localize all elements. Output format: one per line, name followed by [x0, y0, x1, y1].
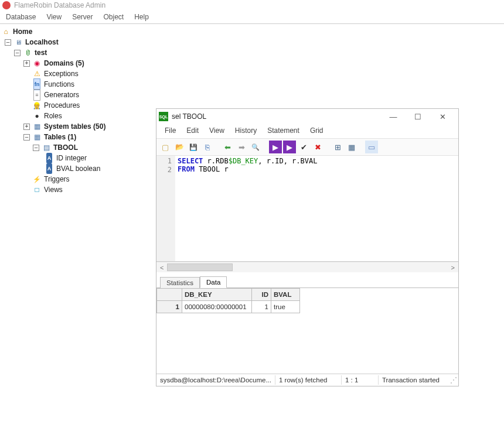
- result-tabs: Statistics Data: [156, 272, 458, 287]
- server-icon: [13, 38, 23, 46]
- save-icon[interactable]: [187, 141, 200, 153]
- sql-menu-view[interactable]: View: [205, 125, 229, 136]
- tree-server[interactable]: Localhost: [25, 37, 59, 47]
- sql-menubar: File Edit View History Statement Grid: [156, 124, 458, 138]
- collapse-tbool[interactable]: –: [33, 145, 39, 151]
- tab-data[interactable]: Data: [200, 276, 227, 288]
- scroll-thumb[interactable]: [167, 263, 233, 271]
- expand-systables[interactable]: +: [23, 124, 30, 130]
- cell-id[interactable]: 1: [252, 301, 271, 313]
- close-button[interactable]: ✕: [433, 110, 452, 123]
- menu-help[interactable]: Help: [130, 12, 154, 22]
- resize-grip-icon[interactable]: ⋰: [449, 376, 458, 384]
- tables-icon: [32, 133, 42, 141]
- triggers-icon: [32, 175, 42, 183]
- forward-icon[interactable]: [235, 141, 248, 153]
- collapse-db[interactable]: –: [14, 50, 21, 56]
- tree-functions[interactable]: Functions: [44, 79, 74, 90]
- new-icon[interactable]: [159, 141, 172, 153]
- tree-db[interactable]: test: [35, 47, 47, 58]
- cell-dbkey[interactable]: 00000080:00000001: [182, 301, 252, 313]
- tree-generators[interactable]: Generators: [44, 90, 79, 100]
- sql-menu-statement[interactable]: Statement: [263, 125, 304, 136]
- warning-icon: [32, 70, 42, 78]
- menu-database[interactable]: Database: [1, 12, 40, 22]
- insert-icon[interactable]: [345, 141, 358, 153]
- tree-views[interactable]: Views: [44, 184, 63, 195]
- status-transaction: Transaction started: [379, 375, 449, 385]
- roles-icon: [32, 112, 42, 120]
- tree-systables[interactable]: System tables (50): [44, 121, 105, 132]
- open-icon[interactable]: [173, 141, 186, 153]
- line-number: 2: [156, 166, 175, 174]
- saveas-icon[interactable]: [201, 141, 214, 153]
- collapse-tables[interactable]: –: [23, 134, 30, 141]
- menu-object[interactable]: Object: [99, 12, 129, 22]
- toggle-split-icon[interactable]: [365, 141, 378, 153]
- home-icon: [1, 28, 11, 36]
- tree-tables[interactable]: Tables (1): [44, 132, 76, 142]
- collapse-server[interactable]: –: [5, 39, 11, 46]
- status-connection: sysdba@localhost:D:\reea\Docume...: [156, 375, 275, 385]
- table-icon: [42, 143, 51, 152]
- editor-hscrollbar[interactable]: < >: [156, 262, 458, 272]
- scroll-left-icon[interactable]: <: [158, 264, 166, 271]
- execute-step-icon[interactable]: [283, 141, 296, 153]
- line-number: 1: [156, 157, 175, 166]
- sql-statusbar: sysdba@localhost:D:\reea\Docume... 1 row…: [156, 374, 458, 386]
- app-title: FlameRobin Database Admin: [14, 1, 105, 9]
- column-icon: [45, 165, 54, 173]
- back-icon[interactable]: [221, 141, 234, 153]
- commit-icon[interactable]: [297, 141, 310, 153]
- tree-col-id[interactable]: ID integer: [56, 153, 87, 163]
- minimize-button[interactable]: —: [383, 110, 403, 123]
- data-grid[interactable]: DB_KEY ID BVAL 1 00000080:00000001 1 tru…: [156, 287, 458, 374]
- cell-bval[interactable]: true: [271, 301, 300, 313]
- procedures-icon: [32, 101, 42, 109]
- main-menubar: Database View Server Object Help: [0, 11, 504, 24]
- col-header-bval[interactable]: BVAL: [271, 289, 300, 301]
- sql-toolbar: [156, 138, 458, 156]
- scroll-right-icon[interactable]: >: [449, 264, 457, 271]
- sql-editor[interactable]: SELECT r.RDB$DB_KEY, r.ID, r.BVAL FROM T…: [175, 156, 458, 261]
- rownum-header: [157, 289, 182, 301]
- sql-window-title: sel TBOOL: [172, 112, 383, 121]
- menu-server[interactable]: Server: [67, 12, 97, 22]
- sql-menu-grid[interactable]: Grid: [305, 125, 328, 136]
- sql-menu-history[interactable]: History: [230, 125, 261, 136]
- tree-roles[interactable]: Roles: [44, 111, 62, 121]
- history-icon[interactable]: [249, 141, 262, 153]
- row-number: 1: [157, 301, 182, 313]
- maximize-button[interactable]: ☐: [408, 110, 428, 123]
- col-header-dbkey[interactable]: DB_KEY: [182, 289, 252, 301]
- tree-triggers[interactable]: Triggers: [44, 174, 70, 184]
- domains-icon: [32, 59, 42, 67]
- tree-tbool[interactable]: TBOOL: [53, 142, 78, 153]
- col-header-id[interactable]: ID: [252, 289, 271, 301]
- grid-header-row: DB_KEY ID BVAL: [157, 289, 300, 301]
- table-row[interactable]: 1 00000080:00000001 1 true: [157, 301, 300, 313]
- sql-menu-edit[interactable]: Edit: [182, 125, 203, 136]
- line-gutter: 1 2: [156, 156, 175, 261]
- menu-view[interactable]: View: [42, 12, 66, 22]
- tree-exceptions[interactable]: Exceptions: [44, 69, 79, 79]
- app-titlebar: FlameRobin Database Admin: [0, 0, 504, 11]
- flamerobin-icon: [2, 1, 11, 9]
- tree-domains[interactable]: Domains (5): [44, 58, 84, 69]
- tree-col-bval[interactable]: BVAL boolean: [56, 163, 100, 174]
- object-tree[interactable]: Home – Localhost – test + Domains (5) Ex…: [0, 24, 153, 197]
- tab-statistics[interactable]: Statistics: [160, 277, 200, 288]
- execute-icon[interactable]: [269, 141, 282, 153]
- functions-icon: [32, 80, 42, 88]
- sql-menu-file[interactable]: File: [160, 125, 181, 136]
- rollback-icon[interactable]: [311, 141, 324, 153]
- sql-editor-area: 1 2 SELECT r.RDB$DB_KEY, r.ID, r.BVAL FR…: [156, 156, 458, 262]
- status-rows: 1 row(s) fetched: [275, 375, 342, 385]
- tree-home[interactable]: Home: [13, 26, 32, 37]
- tree-procedures[interactable]: Procedures: [44, 100, 80, 111]
- expand-domains[interactable]: +: [23, 60, 30, 67]
- plan-icon[interactable]: [331, 141, 344, 153]
- column-icon: [45, 154, 54, 162]
- sql-window-titlebar[interactable]: SQL sel TBOOL — ☐ ✕: [156, 109, 458, 124]
- generators-icon: [32, 91, 42, 99]
